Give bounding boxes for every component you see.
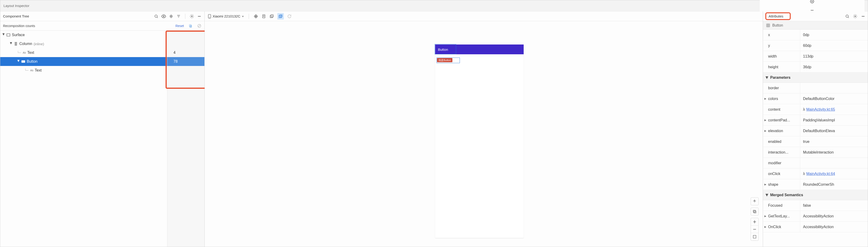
search-icon[interactable] bbox=[845, 14, 849, 19]
zoom-out-icon[interactable] bbox=[751, 225, 758, 233]
target-icon[interactable] bbox=[253, 14, 258, 19]
source-link[interactable]: MainActivity.kt:64 bbox=[806, 172, 835, 176]
pan-icon[interactable] bbox=[751, 198, 758, 205]
gear-icon[interactable] bbox=[810, 0, 814, 4]
attr-row[interactable]: modifier bbox=[763, 158, 868, 168]
attr-row[interactable]: ▶elevationDefaultButtonEleva bbox=[763, 126, 868, 136]
svg-rect-13 bbox=[190, 25, 192, 27]
svg-point-46 bbox=[855, 16, 856, 17]
svg-rect-22 bbox=[22, 60, 25, 63]
svg-point-11 bbox=[191, 16, 192, 17]
svg-rect-12 bbox=[198, 16, 201, 17]
filter-icon[interactable] bbox=[176, 14, 181, 19]
attr-row[interactable]: y60dp bbox=[763, 40, 868, 51]
tree-toolbar: Component Tree bbox=[0, 11, 205, 21]
attr-row[interactable]: width113dp bbox=[763, 51, 868, 62]
tree-node-button[interactable]: ▶Button bbox=[0, 57, 167, 66]
svg-rect-38 bbox=[753, 210, 755, 212]
attr-row[interactable]: ▶shapeRoundedCornerSh bbox=[763, 179, 868, 190]
attr-row[interactable]: ▶contentPad...PaddingValuesImpl bbox=[763, 115, 868, 126]
svg-rect-47 bbox=[862, 16, 865, 17]
svg-rect-43 bbox=[753, 235, 756, 238]
layout-inspector-window: Layout Inspector Component Tree bbox=[0, 0, 868, 247]
eye-icon[interactable] bbox=[161, 14, 166, 19]
tree-header-label: Component Tree bbox=[3, 14, 29, 18]
app-button-label: Button bbox=[438, 48, 448, 52]
device-canvas[interactable]: Button 我是Button bbox=[205, 21, 763, 247]
attr-row[interactable]: enabledtrue bbox=[763, 136, 868, 147]
zoom-fit-icon[interactable] bbox=[751, 233, 758, 241]
zoom-controls bbox=[751, 197, 758, 241]
titlebar: Layout Inspector bbox=[0, 0, 868, 11]
svg-line-3 bbox=[157, 17, 158, 18]
attr-row[interactable]: ▶GetTextLay...AccessibilityAction bbox=[763, 211, 868, 222]
search-icon[interactable] bbox=[154, 14, 159, 19]
recomposition-count bbox=[167, 30, 205, 39]
recomposition-count: 78 bbox=[167, 57, 205, 66]
svg-line-16 bbox=[198, 25, 201, 27]
svg-point-37 bbox=[281, 16, 281, 16]
component-tree: ▶Surface▶Column(inline)└─AbText▶Button└─… bbox=[0, 30, 205, 247]
class-icon bbox=[766, 24, 770, 27]
component-tree-panel: Component Tree Recomposition counts Rese… bbox=[0, 11, 205, 247]
svg-point-0 bbox=[812, 1, 813, 2]
svg-rect-39 bbox=[754, 211, 756, 213]
recomposition-header: Recomposition counts Reset bbox=[0, 21, 205, 30]
snapshot-icon[interactable] bbox=[269, 14, 274, 19]
reset-link[interactable]: Reset bbox=[175, 24, 184, 28]
device-selector[interactable]: Xiaomi 2210132C bbox=[208, 14, 244, 19]
recomposition-count bbox=[167, 66, 205, 75]
attr-row[interactable]: onClickλMainActivity.kt:64 bbox=[763, 168, 868, 179]
tree-node-text2[interactable]: └─AbText bbox=[0, 66, 167, 75]
source-link[interactable]: MainActivity.kt:65 bbox=[806, 107, 835, 112]
copy-icon[interactable] bbox=[188, 24, 193, 28]
attributes-toolbar: Attributes bbox=[763, 11, 868, 21]
live-updates-icon[interactable] bbox=[277, 13, 284, 20]
device-name: Xiaomi 2210132C bbox=[213, 14, 240, 18]
attributes-panel: Attributes Button x0dpy60dpwidth113dphei… bbox=[763, 11, 868, 247]
attributes-title: Attributes bbox=[765, 12, 791, 20]
zoom-in-icon[interactable] bbox=[751, 218, 758, 225]
tree-node-surface[interactable]: ▶Surface bbox=[0, 30, 167, 39]
layer-icon[interactable] bbox=[751, 208, 758, 215]
window-title: Layout Inspector bbox=[3, 4, 29, 8]
attr-section[interactable]: ▶Parameters bbox=[763, 73, 868, 83]
attr-row[interactable]: height36dp bbox=[763, 62, 868, 73]
refresh-icon[interactable] bbox=[287, 14, 292, 19]
svg-line-45 bbox=[848, 17, 849, 18]
collapse-icon[interactable] bbox=[169, 14, 174, 19]
recomposition-count bbox=[167, 39, 205, 48]
svg-point-44 bbox=[846, 15, 848, 18]
attr-row[interactable]: interaction...MutableInteraction bbox=[763, 147, 868, 158]
tree-node-text1[interactable]: └─AbText bbox=[0, 48, 167, 57]
attr-section[interactable]: ▶Merged Semantics bbox=[763, 190, 868, 200]
export-icon[interactable] bbox=[261, 14, 266, 19]
attr-row[interactable]: contentλMainActivity.kt:65 bbox=[763, 104, 868, 115]
gear-icon[interactable] bbox=[189, 14, 194, 19]
nosign-icon[interactable] bbox=[197, 24, 202, 28]
tree-node-column[interactable]: ▶Column(inline) bbox=[0, 39, 167, 48]
recomposition-label: Recomposition counts bbox=[3, 24, 35, 28]
attr-row[interactable]: x0dp bbox=[763, 30, 868, 40]
center-toolbar: Xiaomi 2210132C bbox=[205, 11, 763, 21]
attr-row[interactable]: ▶colorsDefaultButtonColor bbox=[763, 93, 868, 104]
attr-row[interactable]: border bbox=[763, 83, 868, 93]
app-button[interactable]: Button bbox=[435, 45, 524, 54]
svg-rect-17 bbox=[7, 34, 10, 36]
attr-row[interactable]: ▶OnClickAccessibilityAction bbox=[763, 222, 868, 232]
svg-rect-1 bbox=[811, 10, 813, 10]
svg-point-2 bbox=[155, 15, 157, 18]
selected-class-name: Button bbox=[772, 23, 783, 27]
gear-icon[interactable] bbox=[853, 14, 858, 19]
button-chip: 我是Button bbox=[437, 58, 453, 62]
svg-point-4 bbox=[163, 16, 164, 17]
selected-class-row: Button bbox=[763, 21, 868, 30]
device-frame: Button 我是Button bbox=[435, 45, 524, 238]
attr-row[interactable]: Focusedfalse bbox=[763, 200, 868, 211]
svg-point-26 bbox=[255, 16, 256, 17]
recomposition-count: 4 bbox=[167, 48, 205, 57]
minimize-icon[interactable] bbox=[861, 14, 865, 19]
center-canvas-panel: Xiaomi 2210132C Button bbox=[205, 11, 763, 247]
minimize-icon[interactable] bbox=[197, 14, 202, 19]
